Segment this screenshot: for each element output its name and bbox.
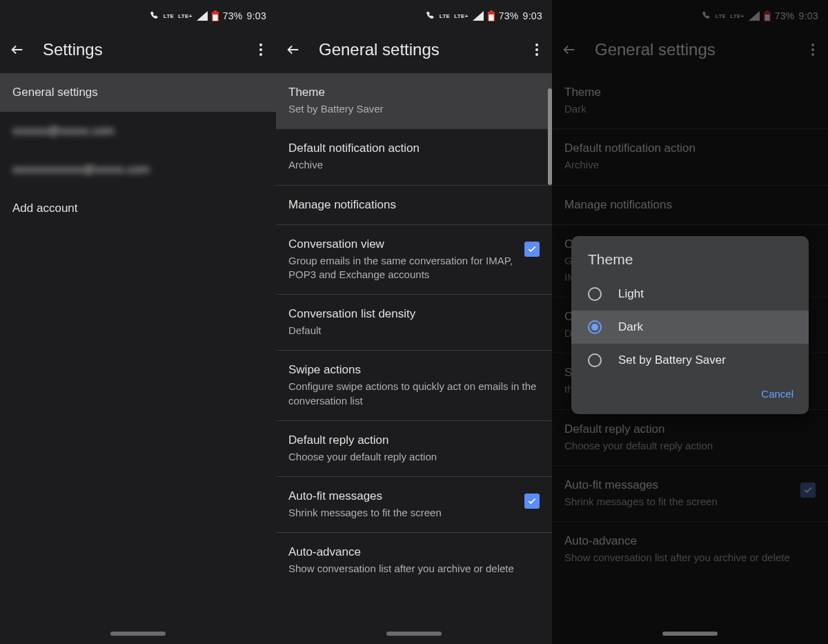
item-label: Auto-advance <box>288 545 540 559</box>
svg-point-17 <box>811 53 814 56</box>
item-label: Auto-advance <box>564 534 816 548</box>
item-conversation-view[interactable]: Conversation view Group emails in the sa… <box>276 225 552 295</box>
back-icon[interactable] <box>10 42 25 57</box>
option-label: Light <box>618 287 644 301</box>
item-theme[interactable]: Theme Set by Battery Saver <box>276 73 552 128</box>
item-sub: Choose your default reply action <box>564 439 816 453</box>
signal-icon <box>197 11 208 21</box>
item-sub: Shrink messages to fit the screen <box>564 495 791 509</box>
overflow-menu-icon[interactable] <box>531 43 542 56</box>
option-label: Set by Battery Saver <box>618 353 726 367</box>
item-label: Auto-fit messages <box>564 478 791 492</box>
item-sub: Choose your default reply action <box>288 450 540 464</box>
item-sub: Archive <box>564 158 816 172</box>
status-bar: LTE LTE+ 73% 9:03 <box>0 0 276 29</box>
item-sub: Dark <box>564 102 816 116</box>
battery-percent: 73% <box>499 10 519 21</box>
item-label: Conversation list density <box>288 307 540 321</box>
item-label: Swipe actions <box>288 363 540 377</box>
theme-option-battery-saver[interactable]: Set by Battery Saver <box>571 344 809 377</box>
status-bar: LTE LTE+ 73% 9:03 <box>276 0 552 29</box>
item-sub: Show conversation list after you archive… <box>564 551 816 565</box>
lte-indicator-2: LTE+ <box>454 13 468 19</box>
clock: 9:03 <box>799 10 818 21</box>
option-label: Dark <box>618 320 643 334</box>
item-label: Default reply action <box>288 433 540 447</box>
item-account[interactable]: xxxxxxxxxxxx@xxxxx.com <box>0 150 276 189</box>
svg-point-15 <box>811 43 814 46</box>
item-notification-action[interactable]: Default notification action Archive <box>276 129 552 184</box>
item-label: Conversation view <box>288 237 515 251</box>
checkbox-checked-icon[interactable] <box>524 242 540 257</box>
account-email: xxxxxxxxxxxx@xxxxx.com <box>12 163 264 177</box>
svg-point-3 <box>259 43 262 46</box>
item-manage-notifications[interactable]: Manage notifications <box>276 186 552 224</box>
item-add-account[interactable]: Add account <box>0 189 276 228</box>
item-theme: Theme Dark <box>552 73 828 128</box>
radio-unselected-icon <box>588 287 602 301</box>
back-icon[interactable] <box>286 42 301 57</box>
account-email: xxxxxx@xxxxx.com <box>12 124 264 138</box>
navigation-pill[interactable] <box>662 632 718 636</box>
svg-rect-7 <box>490 10 493 12</box>
item-sub: Shrink messages to fit the screen <box>288 506 515 520</box>
lte-indicator-1: LTE <box>716 13 726 19</box>
item-general-settings[interactable]: General settings <box>0 73 276 112</box>
battery-icon <box>212 10 219 21</box>
svg-point-11 <box>535 53 538 56</box>
app-bar: Settings <box>0 29 276 73</box>
item-swipe-actions[interactable]: Swipe actions Configure swipe actions to… <box>276 351 552 420</box>
svg-rect-13 <box>766 10 769 12</box>
item-label: Theme <box>564 86 816 99</box>
signal-icon <box>749 11 760 21</box>
theme-option-dark[interactable]: Dark <box>571 311 809 344</box>
item-label: General settings <box>12 86 264 99</box>
dialog-actions: Cancel <box>571 377 809 414</box>
item-label: Manage notifications <box>564 198 816 212</box>
item-sub: Group emails in the same conversation fo… <box>288 254 515 282</box>
item-auto-advance[interactable]: Auto-advance Show conversation list afte… <box>276 533 552 588</box>
item-label: Default notification action <box>288 142 540 155</box>
checkbox-checked-icon[interactable] <box>524 494 540 509</box>
overflow-menu-icon[interactable] <box>255 43 266 56</box>
item-label: Add account <box>12 202 264 215</box>
phone-theme-dialog: LTE LTE+ 73% 9:03 General settings Theme… <box>552 0 828 644</box>
overflow-menu-icon[interactable] <box>807 43 818 56</box>
lte-indicator-2: LTE+ <box>178 13 192 19</box>
page-title: Settings <box>43 40 255 59</box>
item-auto-fit[interactable]: Auto-fit messages Shrink messages to fit… <box>276 477 552 532</box>
item-label: Default notification action <box>564 142 816 155</box>
svg-point-4 <box>259 48 262 51</box>
item-auto-advance: Auto-advance Show conversation list afte… <box>552 522 828 577</box>
phone-settings: LTE LTE+ 73% 9:03 Settings General setti… <box>0 0 276 644</box>
navigation-pill[interactable] <box>386 632 442 636</box>
item-notification-action: Default notification action Archive <box>552 129 828 184</box>
svg-point-9 <box>535 43 538 46</box>
phone-general-settings: LTE LTE+ 73% 9:03 General settings Theme… <box>276 0 552 644</box>
navigation-pill[interactable] <box>110 632 166 636</box>
cancel-button[interactable]: Cancel <box>761 388 793 400</box>
item-account[interactable]: xxxxxx@xxxxx.com <box>0 112 276 150</box>
item-sub: Set by Battery Saver <box>288 102 540 116</box>
status-bar: LTE LTE+ 73% 9:03 <box>552 0 828 29</box>
item-default-reply: Default reply action Choose your default… <box>552 410 828 465</box>
item-default-reply[interactable]: Default reply action Choose your default… <box>276 421 552 476</box>
item-manage-notifications: Manage notifications <box>552 186 828 224</box>
call-wifi-icon <box>150 11 159 21</box>
page-title: General settings <box>595 40 807 59</box>
back-icon[interactable] <box>562 42 577 57</box>
call-wifi-icon <box>426 11 435 21</box>
signal-icon <box>473 11 484 21</box>
svg-rect-1 <box>214 10 217 12</box>
item-label: Default reply action <box>564 422 816 436</box>
svg-rect-8 <box>489 14 493 21</box>
settings-list: General settings xxxxxx@xxxxx.com xxxxxx… <box>0 73 276 228</box>
item-label: Manage notifications <box>288 198 540 212</box>
item-label: Theme <box>288 86 540 99</box>
item-list-density[interactable]: Conversation list density Default <box>276 295 552 350</box>
lte-indicator-1: LTE <box>440 13 450 19</box>
theme-option-light[interactable]: Light <box>571 277 809 311</box>
clock: 9:03 <box>523 10 542 21</box>
battery-icon <box>764 10 771 21</box>
lte-indicator-1: LTE <box>164 13 174 19</box>
